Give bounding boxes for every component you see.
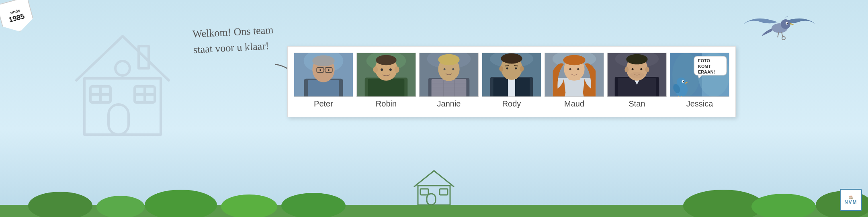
svg-rect-1: [108, 104, 129, 135]
svg-point-55: [501, 53, 522, 64]
team-member-jessica[interactable]: FOTO KOMT ERAAN! Jessica: [670, 53, 729, 112]
decorative-bird: [739, 2, 820, 50]
svg-point-76: [645, 67, 649, 72]
svg-point-109: [96, 196, 145, 217]
photo-peter: [294, 53, 353, 97]
photo-jannie: [419, 53, 479, 97]
svg-point-110: [145, 190, 217, 217]
svg-point-112: [281, 193, 346, 217]
svg-point-111: [221, 194, 277, 217]
svg-rect-119: [440, 189, 448, 195]
svg-point-29: [376, 55, 396, 66]
svg-point-113: [683, 190, 764, 217]
name-robin: Robin: [376, 99, 397, 108]
team-member-robin[interactable]: Robin: [356, 53, 416, 112]
nvm-label: NVM: [844, 199, 858, 205]
svg-point-56: [499, 66, 503, 72]
svg-rect-52: [508, 78, 515, 97]
svg-point-45: [438, 54, 459, 66]
name-rody: Rody: [502, 99, 521, 108]
svg-point-57: [520, 66, 524, 72]
name-jessica: Jessica: [686, 99, 713, 108]
svg-point-58: [506, 68, 508, 70]
svg-point-78: [640, 68, 642, 70]
svg-point-65: [563, 55, 585, 66]
bottom-house-decoration: [410, 165, 458, 205]
svg-point-22: [328, 69, 330, 71]
svg-point-17: [312, 55, 334, 67]
svg-point-75: [624, 67, 628, 72]
photo-robin: [356, 53, 416, 97]
house-illustration: [64, 16, 181, 141]
svg-text:FOTO: FOTO: [698, 58, 710, 63]
name-peter: Peter: [314, 99, 333, 108]
photo-stan: [607, 53, 667, 97]
svg-rect-37: [432, 79, 467, 97]
svg-point-66: [569, 68, 571, 70]
svg-text:ERAAN!: ERAAN!: [698, 70, 715, 74]
nvm-logo: 🏠 NVM: [840, 189, 862, 211]
svg-point-59: [515, 68, 517, 70]
svg-point-67: [577, 68, 579, 70]
photo-jessica: FOTO KOMT ERAAN!: [670, 53, 729, 97]
svg-point-103: [787, 23, 788, 24]
svg-point-47: [452, 68, 454, 70]
name-stan: Stan: [628, 99, 645, 108]
svg-point-21: [319, 69, 321, 71]
svg-rect-14: [308, 80, 339, 97]
team-panel: Peter: [287, 46, 736, 117]
since-badge: sinds 1985: [0, 0, 36, 36]
svg-point-105: [782, 37, 785, 40]
svg-line-106: [778, 32, 779, 37]
photo-maud: [545, 53, 604, 97]
team-member-maud[interactable]: Maud: [545, 53, 604, 112]
nvm-icon: 🏠: [849, 195, 853, 199]
svg-point-89: [683, 81, 684, 82]
welcome-text: Welkom! Ons team staat voor u klaar!: [192, 22, 274, 57]
svg-rect-26: [368, 79, 405, 97]
svg-rect-118: [420, 189, 428, 195]
svg-point-108: [28, 192, 92, 217]
team-member-rody[interactable]: Rody: [482, 53, 541, 112]
svg-point-100: [781, 19, 790, 29]
name-jannie: Jannie: [437, 99, 461, 108]
svg-point-77: [632, 68, 634, 70]
svg-point-32: [381, 68, 383, 71]
team-member-peter[interactable]: Peter: [294, 53, 353, 112]
team-photos-row: Peter: [294, 53, 729, 112]
photo-rody: [482, 53, 541, 97]
svg-point-31: [395, 66, 399, 73]
team-member-stan[interactable]: Stan: [607, 53, 667, 112]
svg-point-79: [630, 72, 644, 78]
name-maud: Maud: [564, 99, 584, 108]
svg-point-74: [626, 54, 647, 65]
svg-point-33: [389, 68, 392, 71]
svg-text:KOMT: KOMT: [698, 64, 711, 69]
svg-point-46: [444, 68, 446, 70]
svg-point-9: [115, 61, 130, 76]
svg-point-114: [751, 194, 816, 217]
team-member-jannie[interactable]: Jannie: [419, 53, 479, 112]
svg-point-30: [373, 66, 378, 73]
